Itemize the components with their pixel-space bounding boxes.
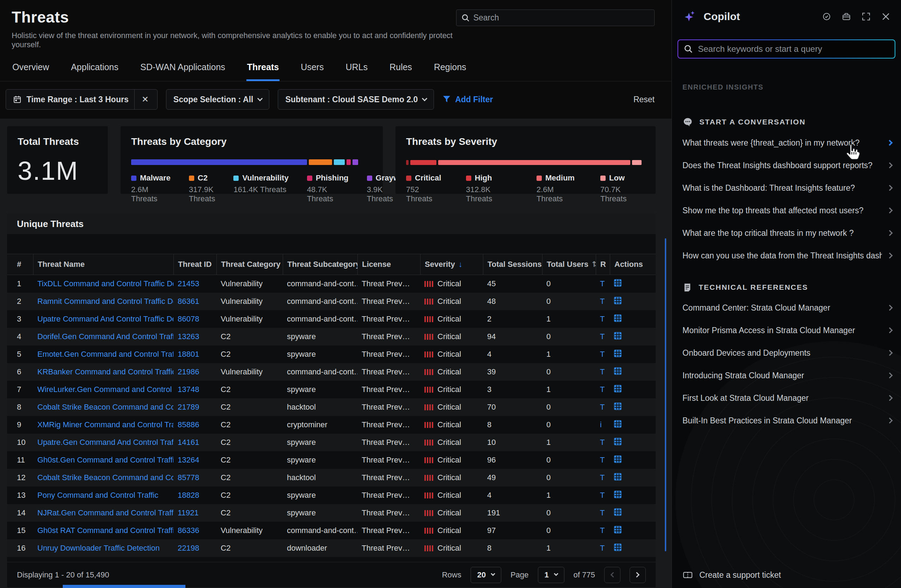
reference-item[interactable]: Command Center: Strata Cloud Manager: [683, 296, 892, 319]
global-search[interactable]: [456, 9, 655, 26]
table-row[interactable]: 8 Cobalt Strike Beacon Command and Contr…: [7, 398, 656, 416]
column-header[interactable]: Total Sessions ⇅: [483, 254, 542, 275]
tab[interactable]: Applications: [70, 57, 119, 81]
grid-action-icon[interactable]: [614, 367, 622, 375]
truncated-link[interactable]: T: [596, 402, 610, 412]
threat-name-link[interactable]: Cobalt Strike Beacon Command and Contrc: [33, 473, 173, 482]
global-search-input[interactable]: [474, 13, 649, 23]
feedback-icon[interactable]: [822, 12, 831, 21]
table-row[interactable]: 13 Pony Command and Control Traffic 1882…: [7, 487, 656, 504]
grid-action-icon[interactable]: [614, 332, 622, 340]
threat-name-link[interactable]: TixDLL Command and Control Traffic Detec: [33, 279, 173, 289]
threat-name-link[interactable]: WireLurker.Gen Command and Control Trai: [33, 385, 173, 394]
column-header[interactable]: Threat Subcategory ⇅: [283, 254, 357, 275]
threat-id-link[interactable]: 21789: [173, 402, 217, 412]
copilot-search[interactable]: [678, 39, 895, 59]
conversation-item[interactable]: Does the Threat Insights dashboard suppo…: [683, 154, 892, 176]
threat-name-link[interactable]: NJRat.Gen Command and Control Traffic: [33, 508, 173, 518]
truncated-link[interactable]: T: [596, 491, 610, 500]
tab[interactable]: Threats: [246, 57, 279, 81]
grid-action-icon[interactable]: [614, 385, 622, 392]
close-icon[interactable]: [881, 12, 890, 21]
threat-name-link[interactable]: KRBanker Command and Control Traffic De: [33, 367, 173, 376]
create-support-ticket[interactable]: Create a support ticket: [683, 570, 781, 580]
threat-name-link[interactable]: Pony Command and Control Traffic: [33, 491, 173, 500]
truncated-link[interactable]: T: [596, 297, 610, 306]
threat-id-link[interactable]: 85886: [173, 420, 217, 429]
reset-button[interactable]: Reset: [633, 95, 655, 104]
tab[interactable]: SD-WAN Applications: [140, 57, 226, 81]
conversation-item[interactable]: What threats were {threat_action} in my …: [683, 131, 892, 154]
grid-action-icon[interactable]: [614, 350, 622, 357]
threat-id-link[interactable]: 18828: [173, 491, 217, 500]
truncated-link[interactable]: T: [596, 455, 610, 465]
previous-page-button[interactable]: [604, 567, 620, 583]
threat-name-link[interactable]: Ramnit Command and Control Traffic Detec: [33, 297, 173, 306]
table-row[interactable]: 16 Unruy Downloader Traffic Detection 22…: [7, 540, 656, 557]
reference-item[interactable]: Built-In Best Practices in Strata Cloud …: [683, 409, 892, 432]
add-filter-button[interactable]: Add Filter: [443, 95, 493, 104]
column-header[interactable]: #: [13, 254, 33, 275]
threat-id-link[interactable]: 86361: [173, 297, 217, 306]
tab[interactable]: Overview: [12, 57, 50, 81]
grid-action-icon[interactable]: [614, 438, 622, 445]
truncated-link[interactable]: T: [596, 350, 610, 359]
reference-item[interactable]: Introducing Strata Cloud Manager: [683, 364, 892, 387]
threat-id-link[interactable]: 21453: [173, 279, 217, 289]
grid-action-icon[interactable]: [614, 544, 622, 551]
table-scrollbar[interactable]: [665, 238, 666, 551]
grid-action-icon[interactable]: [614, 508, 622, 516]
table-row[interactable]: 14 NJRat.Gen Command and Control Traffic…: [7, 504, 656, 522]
grid-action-icon[interactable]: [614, 402, 622, 410]
column-header[interactable]: Total Users ⇅: [542, 254, 596, 275]
truncated-link[interactable]: T: [596, 279, 610, 289]
conversation-item[interactable]: Show me the top threats that affected mo…: [683, 199, 892, 222]
table-row[interactable]: 10 Upatre.Gen Command And Control Traffi…: [7, 434, 656, 451]
column-header[interactable]: Threat Category ⇅: [217, 254, 283, 275]
threat-id-link[interactable]: 86078: [173, 315, 217, 324]
rows-per-page-select[interactable]: 20: [471, 567, 501, 583]
conversation-item[interactable]: How can you use the data from the Threat…: [683, 244, 892, 267]
threat-id-link[interactable]: 86336: [173, 526, 217, 535]
table-row[interactable]: 12 Cobalt Strike Beacon Command and Cont…: [7, 469, 656, 487]
grid-action-icon[interactable]: [614, 315, 622, 322]
grid-action-icon[interactable]: [614, 279, 622, 287]
subtenant-filter[interactable]: Subtenant : Cloud SASE Demo 2.0: [278, 89, 434, 110]
scope-selection-filter[interactable]: Scope Selection : All: [166, 89, 270, 110]
column-header[interactable]: Threat ID: [173, 254, 217, 275]
reference-item[interactable]: Onboard Devices and Deployments: [683, 342, 892, 364]
column-header[interactable]: Threat Name: [33, 254, 173, 275]
truncated-link[interactable]: T: [596, 473, 610, 482]
truncated-link[interactable]: T: [596, 315, 610, 324]
next-page-button[interactable]: [630, 567, 646, 583]
reference-item[interactable]: First Look at Strata Cloud Manager: [683, 387, 892, 409]
conversation-item[interactable]: What are the top critical threats in my …: [683, 222, 892, 244]
threat-name-link[interactable]: Dorifel.Gen Command And Control Traffic: [33, 332, 173, 341]
tab[interactable]: URLs: [345, 57, 368, 81]
truncated-link[interactable]: T: [596, 526, 610, 535]
expand-icon[interactable]: [862, 12, 871, 21]
grid-action-icon[interactable]: [614, 420, 622, 427]
threat-id-link[interactable]: 18801: [173, 350, 217, 359]
threat-id-link[interactable]: 13748: [173, 385, 217, 394]
grid-action-icon[interactable]: [614, 297, 622, 304]
toolbox-icon[interactable]: [842, 12, 851, 21]
threat-name-link[interactable]: Emotet.Gen Command and Control Traffic: [33, 350, 173, 359]
tab[interactable]: Regions: [433, 57, 467, 81]
truncated-link[interactable]: T: [596, 544, 610, 553]
truncated-link[interactable]: i: [596, 420, 610, 429]
reference-item[interactable]: Monitor Prisma Access in Strata Cloud Ma…: [683, 319, 892, 342]
table-row[interactable]: 11 Gh0st.Gen Command and Control Traffic…: [7, 451, 656, 469]
time-range-filter[interactable]: Time Range : Last 3 Hours ✕: [6, 89, 157, 110]
table-row[interactable]: 4 Dorifel.Gen Command And Control Traffi…: [7, 328, 656, 345]
table-row[interactable]: 5 Emotet.Gen Command and Control Traffic…: [7, 345, 656, 363]
conversation-item[interactable]: What is the Dashboard: Threat Insights f…: [683, 176, 892, 199]
column-header[interactable]: License: [357, 254, 420, 275]
sort-icon[interactable]: ⇅: [592, 260, 596, 269]
sort-icon[interactable]: ↓: [458, 260, 463, 269]
truncated-link[interactable]: T: [596, 367, 610, 376]
tab[interactable]: Users: [300, 57, 324, 81]
threat-id-link[interactable]: 85778: [173, 473, 217, 482]
threat-id-link[interactable]: 13263: [173, 332, 217, 341]
column-header[interactable]: Severity ↓: [420, 254, 483, 275]
